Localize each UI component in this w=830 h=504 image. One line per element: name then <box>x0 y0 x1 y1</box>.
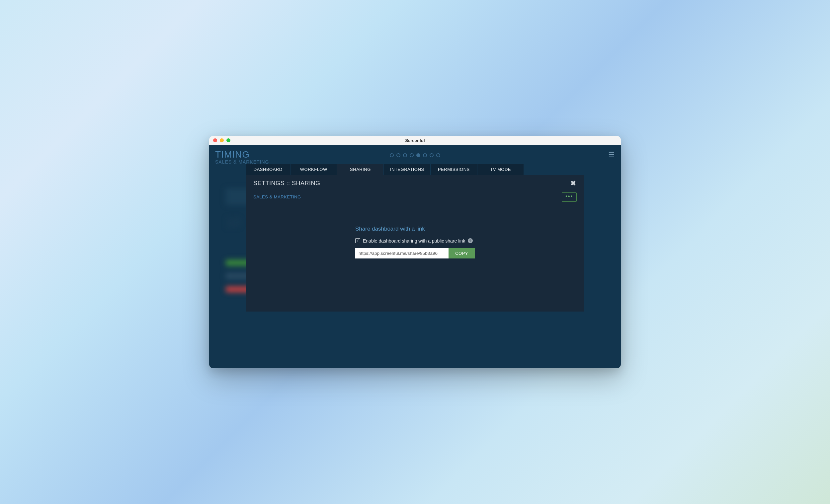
app-window: Screenful TIMING SALES & MARKETING ☰ 10 <box>209 136 621 368</box>
share-url-input[interactable] <box>355 248 449 259</box>
pager-dot[interactable] <box>423 153 427 157</box>
checkbox-icon: ✓ <box>355 238 360 243</box>
app-body: TIMING SALES & MARKETING ☰ 10 <box>209 145 621 368</box>
pager-dot[interactable] <box>410 153 414 157</box>
tab-permissions[interactable]: PERMISSIONS <box>431 164 477 175</box>
pager-dot[interactable] <box>403 153 407 157</box>
slide-pager[interactable] <box>390 153 440 157</box>
share-heading: Share dashboard with a link <box>355 226 475 232</box>
settings-tabbar: DASHBOARDWORKFLOWSHARINGINTEGRATIONSPERM… <box>246 164 523 175</box>
traffic-lights <box>213 138 230 142</box>
window-zoom-button[interactable] <box>226 138 230 142</box>
window-title: Screenful <box>209 138 621 143</box>
share-url-row: COPY <box>355 248 475 259</box>
settings-modal: SETTINGS :: SHARING ✖ SALES & MARKETING … <box>246 175 584 311</box>
pager-dot[interactable] <box>396 153 401 157</box>
tab-dashboard[interactable]: DASHBOARD <box>246 164 290 175</box>
dashboard-header: TIMING SALES & MARKETING ☰ <box>209 145 621 165</box>
copy-button[interactable]: COPY <box>449 248 475 259</box>
dashboard-title: TIMING <box>215 149 269 160</box>
share-section: Share dashboard with a link ✓ Enable das… <box>355 226 475 259</box>
pager-dot[interactable] <box>436 153 440 157</box>
close-icon[interactable]: ✖ <box>570 180 577 187</box>
modal-title: SETTINGS :: SHARING <box>253 180 320 187</box>
help-icon[interactable]: ? <box>468 238 473 243</box>
tab-integrations[interactable]: INTEGRATIONS <box>384 164 430 175</box>
tab-sharing[interactable]: SHARING <box>337 164 383 175</box>
modal-subtitle: SALES & MARKETING <box>253 195 301 199</box>
more-options-button[interactable]: ••• <box>562 193 577 202</box>
menu-icon[interactable]: ☰ <box>608 149 615 159</box>
tab-workflow[interactable]: WORKFLOW <box>290 164 337 175</box>
enable-sharing-checkbox-row[interactable]: ✓ Enable dashboard sharing with a public… <box>355 238 475 243</box>
pager-dot[interactable] <box>429 153 434 157</box>
pager-dot[interactable] <box>390 153 394 157</box>
window-minimize-button[interactable] <box>220 138 224 142</box>
checkbox-label: Enable dashboard sharing with a public s… <box>363 238 465 243</box>
tab-tv-mode[interactable]: TV MODE <box>477 164 523 175</box>
window-close-button[interactable] <box>213 138 217 142</box>
settings-modal-wrap: DASHBOARDWORKFLOWSHARINGINTEGRATIONSPERM… <box>246 164 584 311</box>
pager-dot[interactable] <box>416 153 420 157</box>
titlebar: Screenful <box>209 136 621 145</box>
